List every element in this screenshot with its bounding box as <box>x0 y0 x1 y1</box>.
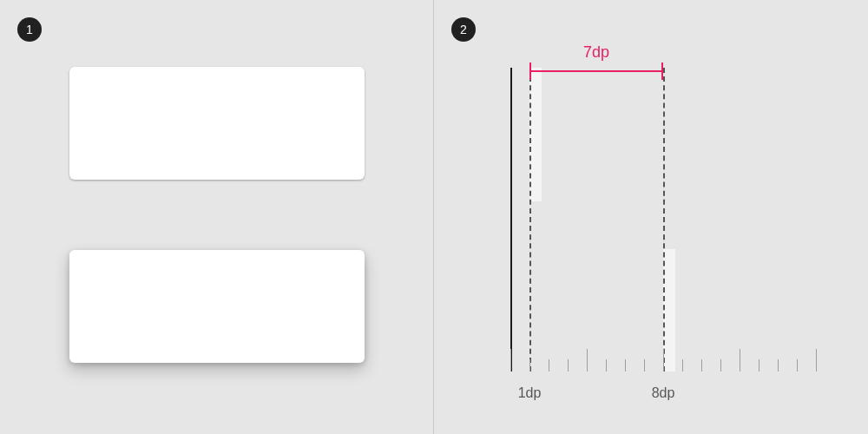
surface-1dp <box>529 68 542 201</box>
panel-badge-2: 2 <box>451 17 476 42</box>
tick-minor <box>606 359 607 372</box>
tick-minor <box>720 359 721 372</box>
baseline-0dp <box>510 68 512 372</box>
tick-minor <box>549 359 549 372</box>
tick-minor <box>759 359 760 372</box>
tick-major <box>816 349 817 372</box>
tick-minor <box>644 359 645 372</box>
panel-badge-1-label: 1 <box>26 23 33 36</box>
panel-elevation-ruler: 2 7dp1dp8dp <box>434 0 868 434</box>
tick-minor <box>625 359 626 372</box>
measurement-cap-left <box>529 62 531 80</box>
card-elevation-high <box>69 250 365 363</box>
tick-major <box>740 349 740 372</box>
measurement-bar <box>529 70 663 72</box>
guide-8dp <box>663 68 665 372</box>
tick-minor <box>568 359 569 372</box>
tick-major <box>510 349 511 372</box>
elevation-diagram: 7dp1dp8dp <box>477 0 868 434</box>
tick-minor <box>797 359 798 372</box>
tick-minor <box>778 359 779 372</box>
panel-badge-1: 1 <box>17 17 42 42</box>
tick-label-8dp: 8dp <box>652 385 675 401</box>
measurement-caliper <box>529 62 663 80</box>
surface-8dp <box>663 249 675 372</box>
tick-minor <box>529 359 530 372</box>
tick-major <box>587 349 588 372</box>
panel-elevation-examples: 1 <box>0 0 433 434</box>
panel-badge-2-label: 2 <box>460 23 467 36</box>
measurement-label: 7dp <box>583 43 609 62</box>
card-elevation-low <box>69 67 365 180</box>
tick-label-1dp: 1dp <box>518 385 542 401</box>
tick-minor <box>682 359 683 372</box>
measurement-cap-right <box>661 62 663 80</box>
tick-major <box>663 349 664 372</box>
tick-minor <box>701 359 702 372</box>
guide-1dp <box>529 68 531 372</box>
